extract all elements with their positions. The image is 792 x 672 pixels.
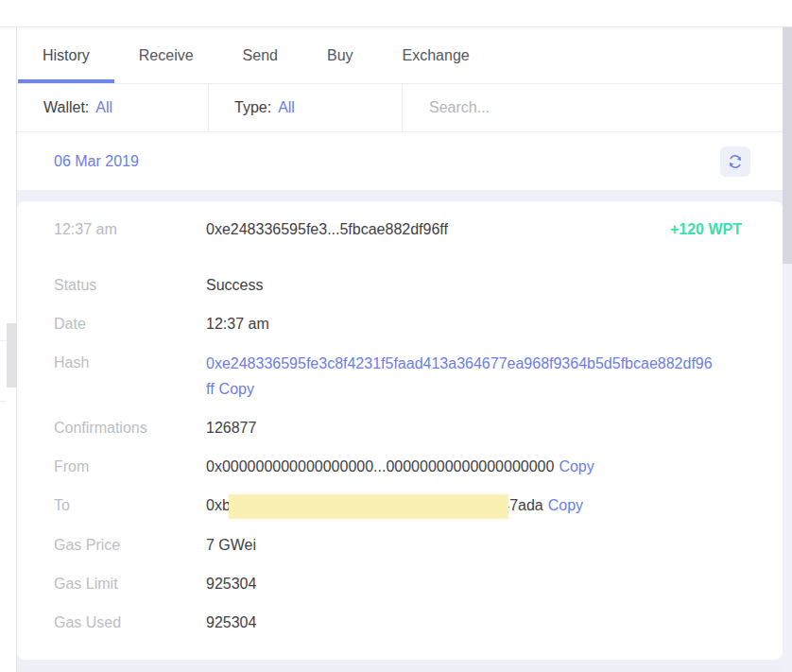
left-scrollbar-thumb[interactable]	[7, 323, 16, 388]
hash-value-cell: 0xe248336595fe3c8f4231f5faad413a364677ea…	[206, 351, 716, 402]
tab-buy[interactable]: Buy	[302, 27, 378, 83]
to-label: To	[54, 493, 206, 519]
detail-row-date: Date 12:37 am	[54, 312, 742, 336]
detail-row-confirmations: Confirmations 126877	[54, 416, 742, 440]
margin-divider	[0, 401, 7, 402]
tab-exchange-label: Exchange	[403, 47, 470, 64]
detail-row-to: To 0xbf47adaCopy	[54, 493, 742, 519]
type-filter-label: Type:	[234, 99, 271, 116]
transaction-details: Status Success Date 12:37 am Hash 0xe248…	[54, 273, 742, 635]
confirmations-value: 126877	[206, 416, 256, 440]
search-cell	[403, 84, 783, 131]
detail-row-hash: Hash 0xe248336595fe3c8f4231f5faad413a364…	[54, 351, 742, 402]
panel-left-border	[16, 27, 17, 672]
gas-limit-value: 925304	[206, 572, 256, 596]
hash-label: Hash	[54, 351, 206, 402]
tab-exchange[interactable]: Exchange	[378, 27, 494, 83]
wallet-panel: History Receive Send Buy Exchange Wallet…	[17, 27, 783, 672]
status-label: Status	[54, 273, 206, 298]
margin-divider	[0, 340, 7, 341]
gas-used-label: Gas Used	[54, 611, 206, 635]
tab-history-label: History	[43, 47, 90, 64]
transaction-hash-truncated: 0xe248336595fe3...5fbcae882df96ff	[206, 217, 670, 242]
from-copy-link[interactable]: Copy	[559, 458, 594, 474]
type-filter-dropdown[interactable]: Type: All	[209, 84, 403, 131]
detail-row-status: Status Success	[54, 273, 742, 298]
tab-send[interactable]: Send	[218, 27, 302, 83]
detail-row-gas-limit: Gas Limit 925304	[54, 572, 742, 596]
detail-row-from: From 0x000000000000000000...000000000000…	[54, 455, 742, 479]
from-address: 0x000000000000000000...00000000000000000…	[206, 458, 554, 474]
wallet-filter-value: All	[95, 99, 112, 116]
detail-row-gas-price: Gas Price 7 GWei	[54, 533, 742, 558]
from-value-cell: 0x000000000000000000...00000000000000000…	[206, 455, 594, 479]
detail-row-gas-used: Gas Used 925304	[54, 611, 742, 635]
gas-used-value: 925304	[206, 611, 256, 635]
vertical-scrollbar[interactable]	[783, 27, 792, 672]
date-label: Date	[54, 312, 206, 336]
tab-history[interactable]: History	[18, 27, 114, 83]
refresh-button[interactable]	[720, 146, 750, 177]
history-content: 12:37 am 0xe248336595fe3...5fbcae882df96…	[17, 190, 783, 672]
tab-receive-label: Receive	[139, 47, 194, 64]
date-header-row: 06 Mar 2019	[17, 132, 783, 190]
search-input[interactable]	[427, 98, 743, 117]
date-value: 12:37 am	[206, 312, 269, 336]
type-filter-value: All	[278, 99, 295, 116]
hash-copy-link[interactable]: Copy	[219, 381, 254, 397]
gas-price-value: 7 GWei	[206, 533, 256, 558]
top-margin-strip	[0, 0, 792, 27]
transaction-summary-row[interactable]: 12:37 am 0xe248336595fe3...5fbcae882df96…	[54, 217, 742, 242]
wallet-filter-dropdown[interactable]: Wallet: All	[17, 84, 209, 131]
gas-price-label: Gas Price	[54, 533, 206, 558]
transaction-amount: +120 WPT	[670, 217, 742, 242]
wallet-filter-label: Wallet:	[43, 99, 89, 116]
from-label: From	[54, 455, 206, 479]
tab-send-label: Send	[243, 47, 278, 64]
refresh-icon	[727, 153, 744, 170]
hash-full-value[interactable]: 0xe248336595fe3c8f4231f5faad413a364677ea…	[206, 355, 713, 397]
tab-receive[interactable]: Receive	[114, 27, 218, 83]
status-value: Success	[206, 273, 263, 298]
transaction-time: 12:37 am	[54, 217, 206, 242]
tab-buy-label: Buy	[327, 47, 353, 64]
date-header: 06 Mar 2019	[54, 153, 139, 170]
to-value-cell: 0xbf47adaCopy	[206, 493, 583, 519]
filter-bar: Wallet: All Type: All	[17, 84, 783, 132]
to-copy-link[interactable]: Copy	[548, 497, 583, 513]
tab-bar: History Receive Send Buy Exchange	[17, 27, 783, 84]
gas-limit-label: Gas Limit	[54, 572, 206, 596]
transaction-card: 12:37 am 0xe248336595fe3...5fbcae882df96…	[17, 201, 783, 660]
redaction-highlight	[229, 494, 508, 519]
confirmations-label: Confirmations	[54, 416, 206, 440]
scrollbar-thumb[interactable]	[783, 27, 792, 264]
